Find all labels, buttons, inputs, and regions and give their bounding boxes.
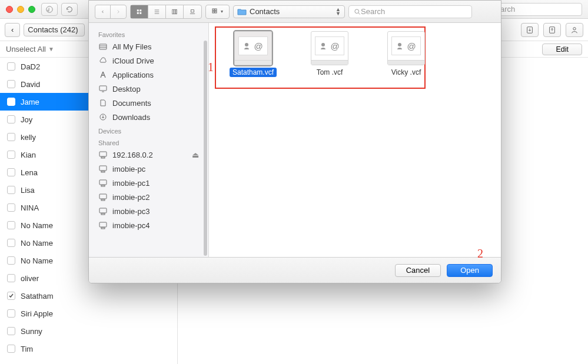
contact-checkbox[interactable]: [7, 98, 15, 106]
contact-checkbox[interactable]: [7, 274, 15, 282]
network-computer-icon: [98, 207, 108, 215]
sidebar-item[interactable]: imobie-pc4: [89, 218, 208, 232]
annotation-label-2: 2: [477, 247, 483, 261]
svg-rect-27: [99, 86, 107, 91]
finder-arrange-button[interactable]: ▾: [205, 5, 230, 19]
contact-checkbox[interactable]: [7, 62, 15, 71]
sidebar-item[interactable]: 192.168.0.2⏏: [89, 148, 208, 162]
contact-name-label: Sunny: [21, 327, 42, 336]
contact-checkbox[interactable]: [7, 221, 15, 229]
person-button[interactable]: [566, 23, 583, 37]
contact-checkbox[interactable]: [7, 239, 15, 247]
contact-name-label: Siri Apple: [21, 309, 53, 318]
grid-small-icon: [212, 8, 219, 15]
list-view-button[interactable]: [148, 5, 166, 18]
svg-rect-33: [101, 171, 105, 172]
list-icon: [154, 8, 160, 15]
svg-rect-21: [215, 11, 217, 13]
contact-name-label: Kian: [21, 151, 36, 159]
music-icon-button[interactable]: [41, 3, 58, 16]
contact-checkbox[interactable]: [7, 115, 15, 123]
chevron-left-icon: [101, 9, 104, 15]
svg-rect-8: [137, 12, 139, 14]
edit-button[interactable]: Edit: [542, 44, 582, 55]
sidebar-item[interactable]: Desktop: [89, 82, 208, 96]
sidebar-item[interactable]: Applications: [89, 68, 208, 82]
finder-folder-popup[interactable]: Contacts ▲▼: [233, 5, 345, 18]
contact-checkbox[interactable]: [7, 292, 15, 300]
sidebar-item-label: Applications: [112, 71, 154, 79]
breadcrumb[interactable]: Contacts (242): [24, 24, 84, 36]
sidebar-item-label: Desktop: [112, 85, 141, 93]
contact-name-label: DaD2: [21, 62, 40, 71]
contact-name-label: Joy: [21, 115, 32, 124]
open-button[interactable]: Open: [447, 264, 493, 277]
svg-rect-39: [101, 213, 105, 215]
sidebar-item[interactable]: imobie-pc3: [89, 204, 208, 218]
sidebar-item-label: imobie-pc2: [112, 193, 150, 202]
contact-row[interactable]: Sunny: [0, 322, 177, 340]
icon-view-button[interactable]: [131, 5, 148, 18]
column-view-button[interactable]: [166, 5, 184, 18]
sidebar-item-label: 192.168.0.2: [112, 151, 153, 159]
contact-name-label: kelly: [21, 133, 36, 142]
contact-row[interactable]: Siri Apple: [0, 305, 177, 322]
contact-checkbox[interactable]: [7, 256, 15, 265]
contact-row[interactable]: Tim: [0, 340, 177, 358]
sidebar-item-label: All My Files: [112, 42, 151, 51]
nav-back-button[interactable]: ‹: [5, 23, 20, 37]
finder-footer: 2 Cancel Open: [89, 257, 501, 283]
svg-rect-15: [176, 9, 177, 14]
contact-name-label: Jame: [21, 98, 39, 106]
network-computer-icon: [98, 179, 108, 187]
maximize-window-button[interactable]: [28, 6, 35, 13]
contact-name-label: Lisa: [21, 186, 35, 195]
coverflow-view-button[interactable]: [184, 5, 201, 18]
sidebar-item[interactable]: All My Files: [89, 39, 208, 54]
contact-row[interactable]: Satatham: [0, 287, 177, 305]
contact-name-label: No Name: [21, 239, 53, 248]
cancel-button[interactable]: Cancel: [395, 264, 441, 277]
minimize-window-button[interactable]: [17, 6, 24, 13]
contact-checkbox[interactable]: [7, 309, 15, 318]
finder-content-area[interactable]: 1 @Satatham.vcf@Tom .vcf@Vicky .vcf: [209, 23, 501, 257]
close-window-button[interactable]: [6, 6, 13, 13]
sidebar-item-label: imobie-pc4: [112, 221, 150, 230]
refresh-icon-button[interactable]: [61, 3, 78, 16]
import-button[interactable]: [521, 23, 539, 37]
scrollbar[interactable]: [204, 41, 207, 256]
contact-checkbox[interactable]: [7, 168, 15, 176]
export-button[interactable]: [543, 23, 561, 37]
svg-point-43: [321, 43, 325, 46]
svg-rect-24: [99, 44, 107, 49]
network-computer-icon: [98, 165, 108, 173]
svg-rect-19: [215, 9, 217, 11]
sidebar-item[interactable]: imobie-pc2: [89, 190, 208, 204]
finder-view-segment[interactable]: [130, 5, 202, 19]
svg-rect-30: [99, 152, 107, 156]
sidebar-item[interactable]: imobie-pc: [89, 162, 208, 176]
eject-icon[interactable]: ⏏: [192, 151, 199, 159]
contact-checkbox[interactable]: [7, 345, 15, 353]
sidebar-item[interactable]: Downloads: [89, 110, 208, 124]
svg-point-5: [573, 27, 576, 29]
contact-checkbox[interactable]: [7, 80, 15, 88]
finder-search-field[interactable]: Search: [348, 5, 472, 18]
sidebar-shared-header: Shared: [89, 136, 208, 148]
grid-icon: [137, 8, 142, 15]
contact-checkbox[interactable]: [7, 133, 15, 141]
sidebar-item-label: Downloads: [112, 113, 150, 122]
sidebar-item[interactable]: iCloud Drive: [89, 54, 208, 68]
svg-rect-38: [99, 208, 107, 213]
contact-checkbox[interactable]: [7, 327, 15, 335]
sidebar-item[interactable]: Documents: [89, 96, 208, 110]
contact-checkbox[interactable]: [7, 151, 15, 159]
contact-checkbox[interactable]: [7, 203, 15, 212]
contact-name-label: oliver: [21, 274, 39, 283]
finder-nav-arrows[interactable]: [95, 5, 127, 19]
finder-sidebar: Favorites All My FilesiCloud DriveApplic…: [89, 23, 209, 257]
contact-name-label: Satatham: [21, 292, 54, 300]
unselect-all-button[interactable]: Unselect All: [6, 45, 46, 54]
contact-checkbox[interactable]: [7, 186, 15, 194]
sidebar-item[interactable]: imobie-pc1: [89, 176, 208, 190]
